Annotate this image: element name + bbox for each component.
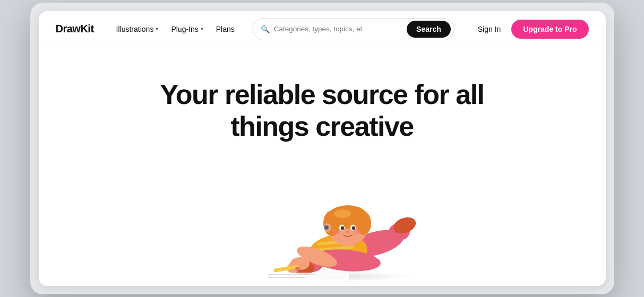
search-button[interactable]: Search [407, 21, 451, 38]
chevron-down-icon: ▾ [156, 26, 158, 32]
nav-plugins[interactable]: Plug-Ins ▾ [166, 22, 208, 37]
nav-right: Sign In Upgrade to Pro [474, 20, 589, 39]
hero-section: Your reliable source for all things crea… [39, 47, 606, 286]
svg-point-31 [325, 226, 328, 229]
search-bar: 🔍 Search [253, 18, 454, 40]
svg-point-27 [354, 229, 361, 234]
svg-point-24 [341, 226, 344, 230]
svg-point-21 [334, 209, 351, 218]
svg-point-25 [352, 226, 355, 230]
hero-illustration [211, 169, 434, 286]
sign-in-button[interactable]: Sign In [474, 22, 505, 37]
svg-point-26 [333, 229, 341, 234]
logo[interactable]: DrawKit [56, 23, 94, 35]
nav-illustrations[interactable]: Illustrations ▾ [111, 22, 164, 37]
browser-frame: DrawKit Illustrations ▾ Plug-Ins ▾ Plans… [30, 3, 614, 294]
svg-rect-32 [264, 273, 349, 281]
nav-plans[interactable]: Plans [211, 22, 240, 37]
search-icon: 🔍 [261, 25, 270, 33]
svg-rect-34 [268, 277, 305, 278]
chevron-down-icon: ▾ [201, 26, 203, 32]
svg-rect-33 [268, 274, 316, 275]
upgrade-button[interactable]: Upgrade to Pro [511, 20, 588, 39]
character-svg [211, 174, 434, 286]
search-input[interactable] [274, 25, 402, 33]
browser-window: DrawKit Illustrations ▾ Plug-Ins ▾ Plans… [39, 11, 606, 286]
svg-point-28 [346, 231, 349, 233]
nav-links: Illustrations ▾ Plug-Ins ▾ Plans [111, 22, 240, 37]
navbar: DrawKit Illustrations ▾ Plug-Ins ▾ Plans… [39, 11, 606, 47]
hero-title: Your reliable source for all things crea… [160, 79, 484, 143]
